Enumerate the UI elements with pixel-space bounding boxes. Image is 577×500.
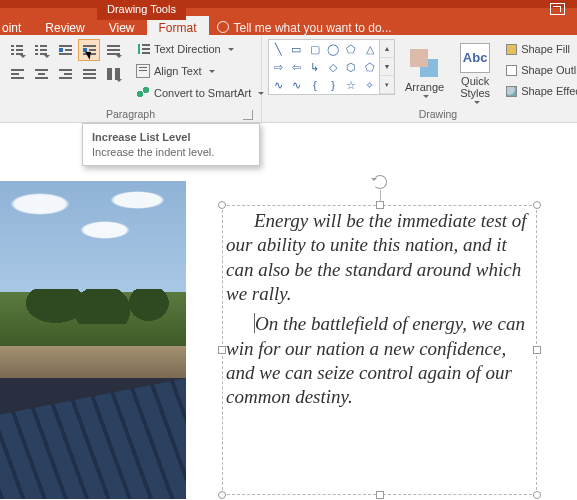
line-spacing-button[interactable] [102, 39, 124, 61]
line-spacing-icon [107, 45, 120, 55]
tooltip-title: Increase List Level [92, 131, 250, 143]
shape-fill-icon [506, 44, 517, 55]
shape-effects-button[interactable]: Shape Effects [502, 81, 577, 101]
shape-connector-icon[interactable]: ↳ [306, 58, 324, 76]
numbering-icon [35, 45, 47, 55]
shape-star5-icon[interactable]: ☆ [342, 76, 360, 94]
decrease-indent-icon [59, 45, 72, 55]
align-justify-button[interactable] [78, 63, 100, 85]
paragraph-dialog-launcher[interactable] [243, 110, 253, 120]
text-box-content[interactable]: Energy will be the immediate test of our… [226, 209, 533, 491]
bullets-button[interactable] [6, 39, 28, 61]
ribbon: Text Direction Align Text Convert to Sma… [0, 35, 577, 123]
align-justify-icon [83, 69, 96, 79]
bullets-icon [11, 45, 23, 55]
quick-styles-label: Quick Styles [460, 75, 490, 99]
convert-smartart-label: Convert to SmartArt [154, 87, 251, 99]
align-text-label: Align Text [154, 65, 202, 77]
shape-triangle-icon[interactable]: △ [361, 40, 379, 58]
resize-handle-bl[interactable] [218, 491, 226, 499]
group-label-paragraph: Paragraph [6, 107, 255, 121]
shape-hex-icon[interactable]: ⬡ [342, 58, 360, 76]
arrange-label: Arrange [405, 81, 444, 93]
align-text-icon [136, 64, 150, 78]
paragraph-1: Energy will be the immediate test of our… [226, 209, 533, 306]
shape-curve-icon[interactable]: ∿ [269, 76, 287, 94]
align-left-icon [11, 69, 24, 79]
group-label-drawing: Drawing [268, 107, 577, 121]
shape-oval-icon[interactable]: ◯ [324, 40, 342, 58]
rotate-handle[interactable] [373, 175, 387, 189]
shape-outline-label: Shape Outline [521, 64, 577, 76]
quick-styles-icon: Abc [460, 43, 490, 73]
gallery-scroll-up[interactable]: ▲ [380, 40, 394, 58]
text-direction-label: Text Direction [154, 43, 221, 55]
resize-handle-b[interactable] [376, 491, 384, 499]
align-center-button[interactable] [30, 63, 52, 85]
convert-smartart-button[interactable]: Convert to SmartArt [132, 83, 268, 103]
tell-me-search[interactable]: Tell me what you want to do... [209, 16, 400, 35]
ribbon-tabs: oint Review View Format Tell me what you… [0, 8, 577, 35]
increase-indent-button[interactable] [78, 39, 100, 61]
shape-effects-label: Shape Effects [521, 85, 577, 97]
text-direction-icon [136, 42, 150, 56]
shape-brace-r-icon[interactable]: } [324, 76, 342, 94]
text-box[interactable]: Energy will be the immediate test of our… [222, 205, 537, 495]
slide-image[interactable] [0, 181, 186, 499]
tell-me-placeholder: Tell me what you want to do... [234, 21, 392, 35]
quick-styles-button[interactable]: Abc Quick Styles [454, 39, 496, 107]
resize-handle-l[interactable] [218, 346, 226, 354]
gallery-more[interactable]: ▾ [380, 76, 394, 94]
shape-line-icon[interactable]: ╲ [269, 40, 287, 58]
resize-handle-r[interactable] [533, 346, 541, 354]
arrange-button[interactable]: Arrange [399, 39, 450, 107]
gallery-scroll-down[interactable]: ▼ [380, 58, 394, 76]
resize-handle-br[interactable] [533, 491, 541, 499]
shape-rect-icon[interactable]: ▭ [287, 40, 305, 58]
shape-brace-l-icon[interactable]: { [306, 76, 324, 94]
shapes-gallery-scroll: ▲ ▼ ▾ [380, 39, 395, 95]
resize-handle-tr[interactable] [533, 201, 541, 209]
shape-fill-button[interactable]: Shape Fill [502, 39, 577, 59]
contextual-tab-drawing-tools: Drawing Tools [97, 0, 186, 20]
arrange-icon [410, 49, 440, 79]
align-text-button[interactable]: Align Text [132, 61, 268, 81]
align-right-icon [59, 69, 72, 79]
shape-outline-icon [506, 65, 517, 76]
align-right-button[interactable] [54, 63, 76, 85]
restore-window-icon[interactable] [550, 3, 565, 15]
numbering-button[interactable] [30, 39, 52, 61]
shapes-gallery[interactable]: ╲ ▭ ▢ ◯ ⬠ △ ⇨ ⇦ ↳ ◇ ⬡ ⬠ ∿ ∿ { } ☆ [268, 39, 380, 95]
columns-icon [107, 68, 120, 80]
tooltip-increase-list-level: Increase List Level Increase the indent … [82, 123, 260, 166]
shape-arrow-r-icon[interactable]: ⇨ [269, 58, 287, 76]
align-center-icon [35, 69, 48, 79]
shape-outline-button[interactable]: Shape Outline [502, 60, 577, 80]
slide-workspace: Energy will be the immediate test of our… [0, 155, 577, 500]
shape-arrow-l-icon[interactable]: ⇦ [287, 58, 305, 76]
paragraph-2: On the battlefield of energy, we can win… [226, 312, 533, 409]
shape-effects-icon [506, 86, 517, 97]
columns-button[interactable] [102, 63, 124, 85]
decrease-indent-button[interactable] [54, 39, 76, 61]
shape-cloud-icon[interactable]: ✧ [361, 76, 379, 94]
resize-handle-tl[interactable] [218, 201, 226, 209]
shape-curve2-icon[interactable]: ∿ [287, 76, 305, 94]
shape-fill-label: Shape Fill [521, 43, 570, 55]
lightbulb-icon [217, 21, 229, 33]
shape-star-icon[interactable]: ⬠ [361, 58, 379, 76]
tab-review[interactable]: Review [33, 16, 96, 35]
smartart-icon [136, 86, 150, 100]
shape-diamond-icon[interactable]: ◇ [324, 58, 342, 76]
resize-handle-t[interactable] [376, 201, 384, 209]
tooltip-body: Increase the indent level. [92, 146, 250, 158]
tab-fragment[interactable]: oint [0, 16, 33, 35]
align-left-button[interactable] [6, 63, 28, 85]
shape-rrect-icon[interactable]: ▢ [306, 40, 324, 58]
shape-callout-icon[interactable]: ⬠ [342, 40, 360, 58]
text-direction-button[interactable]: Text Direction [132, 39, 268, 59]
